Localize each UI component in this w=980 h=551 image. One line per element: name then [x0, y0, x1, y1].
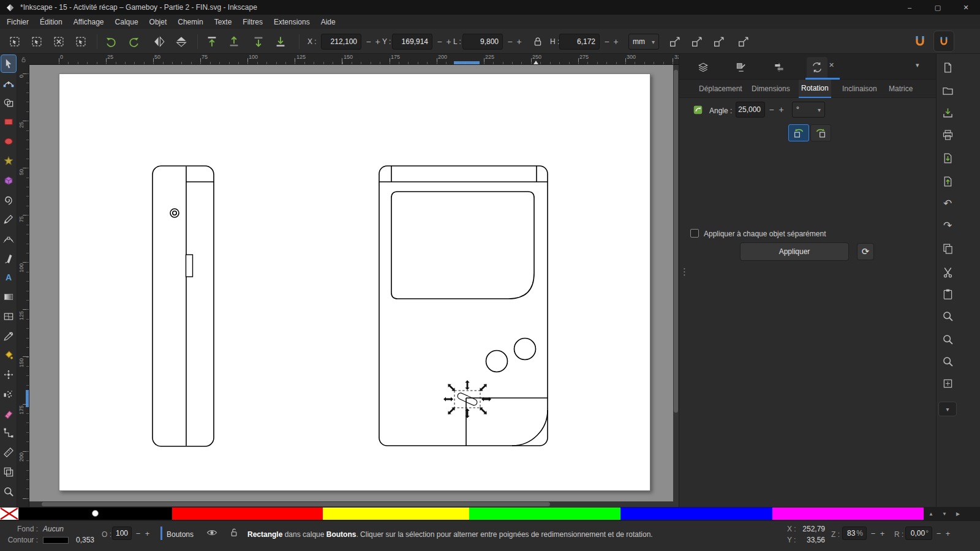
angle-minus-button[interactable]: −	[767, 102, 776, 118]
scale-corners-toggle[interactable]	[687, 33, 707, 50]
palette-config-button[interactable]: ▶	[952, 509, 964, 519]
guide-lock-toggle[interactable]	[17, 54, 29, 65]
rotation-plus-button[interactable]: +	[943, 527, 952, 540]
flip-vertical-button[interactable]	[172, 33, 191, 50]
height-minus-button[interactable]: −	[602, 34, 611, 50]
deselect-button[interactable]	[49, 33, 69, 50]
move-gradients-toggle[interactable]	[709, 33, 729, 50]
canvas-surface[interactable]	[29, 65, 679, 507]
horizontal-scrollbar-thumb[interactable]	[42, 502, 550, 506]
height-field[interactable]: 6,172	[559, 34, 600, 50]
x-coord-field[interactable]: 212,100	[321, 34, 361, 50]
no-color-swatch[interactable]	[0, 508, 18, 520]
export-button[interactable]	[939, 173, 956, 190]
new-document-button[interactable]	[939, 59, 956, 76]
zoom-minus-button[interactable]: −	[869, 527, 878, 540]
side-switch[interactable]	[186, 255, 193, 277]
horizontal-ruler[interactable]: 0 25 50 75 100 125 150 175 200 225 250 2…	[29, 54, 679, 65]
y-minus-button[interactable]: −	[435, 34, 444, 50]
document-page[interactable]	[59, 73, 650, 491]
selector-tool[interactable]	[1, 55, 16, 72]
side-dial[interactable]	[170, 209, 179, 217]
button-b[interactable]	[486, 351, 508, 372]
panel-resize-grip[interactable]: ⋮	[680, 269, 689, 274]
import-button[interactable]	[939, 149, 956, 167]
close-button[interactable]: ✕	[952, 0, 980, 15]
menu-affichage[interactable]: Affichage	[68, 16, 110, 28]
minimize-button[interactable]: –	[895, 0, 924, 15]
tab-inclinaison[interactable]: Inclinaison	[840, 80, 880, 98]
paint-bucket-tool[interactable]	[1, 347, 16, 364]
button-a[interactable]	[514, 339, 536, 360]
tab-dimensions[interactable]: Dimensions	[749, 80, 793, 98]
width-field[interactable]: 9,800	[462, 34, 503, 50]
snap-bar-collapsed[interactable]	[933, 31, 954, 52]
gameboy-screen[interactable]	[391, 192, 534, 299]
rotate-ccw-button[interactable]	[102, 33, 121, 50]
x-plus-button[interactable]: +	[373, 34, 382, 50]
gradient-tool[interactable]	[1, 288, 16, 305]
layer-visibility-toggle[interactable]	[206, 527, 218, 539]
spiral-tool[interactable]	[1, 191, 16, 208]
reset-button[interactable]: ⟳	[857, 243, 874, 260]
tweak-tool[interactable]	[1, 366, 16, 383]
mesh-tool[interactable]	[1, 308, 16, 325]
palette-scroll-up-button[interactable]: ▲	[925, 509, 937, 519]
pencil-tool[interactable]	[1, 211, 16, 228]
zoom-page-button[interactable]	[939, 353, 956, 370]
x-minus-button[interactable]: −	[364, 34, 373, 50]
lower-to-bottom-button[interactable]	[271, 33, 290, 50]
width-plus-button[interactable]: +	[514, 34, 524, 50]
tab-matrice[interactable]: Matrice	[886, 80, 915, 98]
stroke-color-swatch[interactable]	[43, 537, 69, 544]
menu-fichier[interactable]: Fichier	[1, 16, 34, 28]
rotate-cw-button[interactable]	[124, 33, 143, 50]
swatch-magenta[interactable]	[772, 508, 924, 520]
pages-tool[interactable]	[1, 463, 16, 481]
menu-edition[interactable]: Édition	[34, 16, 68, 28]
lock-ratio-button[interactable]	[528, 33, 548, 50]
stroke-width-value[interactable]: 0,353	[76, 536, 94, 544]
raise-button[interactable]	[224, 33, 244, 50]
dialog-menu-chevron[interactable]: ▾	[916, 61, 919, 69]
apply-each-checkbox[interactable]	[690, 229, 699, 238]
menu-extensions[interactable]: Extensions	[268, 16, 315, 28]
layer-lock-toggle[interactable]	[228, 527, 240, 539]
swatch-green[interactable]	[469, 508, 620, 520]
fill-value[interactable]: Aucun	[43, 525, 64, 533]
scale-stroke-toggle[interactable]	[665, 33, 685, 50]
swatch-blue[interactable]	[620, 508, 772, 520]
selection-frame-button[interactable]	[71, 33, 91, 50]
raise-to-top-button[interactable]	[202, 33, 222, 50]
dialog-close-button[interactable]: ✕	[829, 61, 834, 69]
angle-unit-dropdown[interactable]: ° ▾	[792, 102, 825, 118]
objects-dialog-tab[interactable]	[693, 57, 714, 78]
rotation-field[interactable]: 0,00°	[905, 527, 932, 540]
rectangle-tool[interactable]	[1, 113, 16, 130]
angle-plus-button[interactable]: +	[777, 102, 786, 118]
vertical-scrollbar[interactable]	[673, 65, 679, 507]
select-all-layers-button[interactable]	[27, 33, 47, 50]
zoom-field[interactable]: 83%	[842, 527, 867, 540]
open-file-button[interactable]	[939, 82, 956, 99]
palette-scroll-down-button[interactable]: ▼	[938, 509, 951, 519]
box3d-tool[interactable]	[1, 172, 16, 189]
move-patterns-toggle[interactable]	[734, 33, 753, 50]
flip-horizontal-button[interactable]	[149, 33, 169, 50]
text-tool[interactable]	[1, 269, 16, 286]
current-layer-name[interactable]: Boutons	[167, 530, 194, 539]
opacity-field[interactable]: 100	[112, 527, 132, 540]
shape-builder-tool[interactable]	[1, 94, 16, 111]
width-minus-button[interactable]: −	[505, 34, 514, 50]
cut-button[interactable]	[939, 263, 956, 280]
tab-deplacement[interactable]: Déplacement	[696, 80, 745, 98]
palette-scroll-knob[interactable]	[92, 510, 99, 517]
swatch-red[interactable]	[172, 508, 323, 520]
ellipse-tool[interactable]	[1, 133, 16, 150]
pen-tool[interactable]	[1, 230, 16, 247]
rotation-minus-button[interactable]: −	[934, 527, 943, 540]
y-plus-button[interactable]: +	[444, 34, 453, 50]
transform-dialog-tab[interactable]	[807, 57, 827, 78]
menu-aide[interactable]: Aide	[315, 16, 341, 28]
swatch-yellow[interactable]	[323, 508, 469, 520]
